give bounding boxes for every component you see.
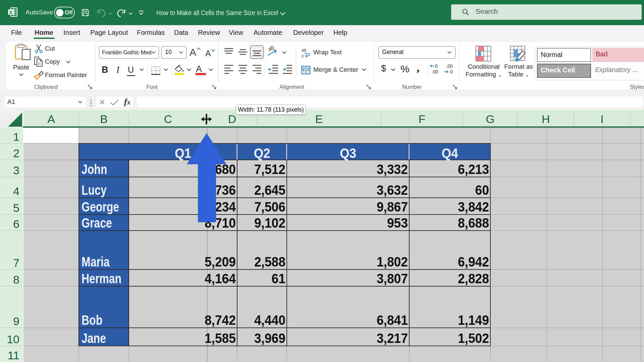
svg-text:.00: .00 bbox=[432, 69, 438, 74]
svg-text:ab: ab bbox=[302, 48, 306, 53]
svg-text:0: 0 bbox=[435, 64, 438, 69]
svg-text:.00: .00 bbox=[446, 64, 453, 69]
svg-text:0: 0 bbox=[450, 69, 453, 74]
svg-text:X: X bbox=[9, 9, 12, 15]
svg-text:c: c bbox=[302, 53, 304, 58]
